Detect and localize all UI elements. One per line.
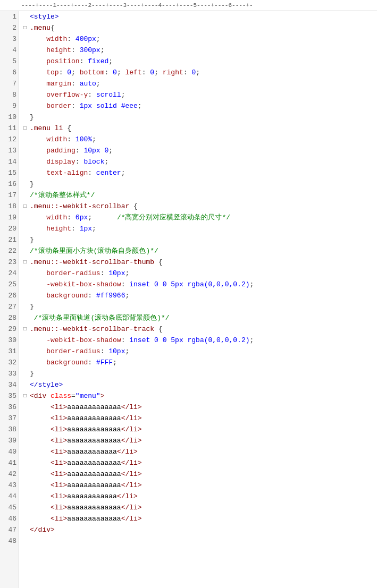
token-punct: ; — [96, 78, 100, 89]
line-number: 26 — [2, 290, 16, 301]
token-html-tag: </li> — [117, 446, 138, 457]
code-line[interactable]: /*滚动条整体样式*/ — [23, 190, 377, 201]
token-ws — [30, 100, 46, 112]
token-punct: ; — [121, 89, 125, 100]
token-ws — [30, 424, 51, 435]
token-ws — [30, 33, 46, 45]
code-line[interactable]: <li>aaaaaaaaaaaaa</li> — [23, 502, 377, 513]
line-number: 25 — [2, 279, 16, 290]
code-line[interactable]: display: block; — [23, 156, 377, 167]
code-line[interactable]: □.menu::-webkit-scrollbar { — [23, 201, 377, 212]
token-value: 0 — [150, 67, 154, 78]
token-html-tag: </li> — [121, 468, 142, 480]
code-line[interactable]: <li>aaaaaaaaaaaaa</li> — [23, 468, 377, 480]
token-brace: } — [30, 178, 34, 190]
token-value: 1px solid #eee — [80, 100, 138, 112]
code-line[interactable]: border-radius: 10px; — [23, 346, 377, 357]
code-line[interactable]: □.menu{ — [23, 22, 377, 33]
code-line[interactable]: □.menu::-webkit-scrollbar-track { — [23, 323, 377, 335]
code-line[interactable]: border-radius: 10px; — [23, 268, 377, 279]
token-brace: } — [30, 112, 34, 123]
code-line[interactable]: /*滚动条里面小方块(滚动条自身颜色)*/ — [23, 245, 377, 257]
code-line[interactable]: □<div class="menu"> — [23, 390, 377, 402]
token-property: right — [163, 67, 183, 78]
token-keyword: block — [83, 156, 104, 167]
token-punct: : — [76, 145, 84, 156]
code-line[interactable]: <li>aaaaaaaaaaaaa</li> — [23, 513, 377, 524]
line-number: 41 — [2, 457, 16, 468]
code-line[interactable]: <li>aaaaaaaaaaaaa</li> — [23, 435, 377, 446]
fold-icon[interactable]: □ — [23, 22, 29, 33]
code-line[interactable]: □.menu li { — [23, 123, 377, 134]
code-line[interactable]: □.menu::-webkit-scrollbar-thumb { — [23, 257, 377, 268]
code-line[interactable]: } — [23, 301, 377, 312]
fold-icon[interactable]: □ — [23, 123, 29, 134]
token-selector: .menu — [30, 22, 51, 33]
code-line[interactable]: <li>aaaaaaaaaaaaa</li> — [23, 413, 377, 424]
token-property: overflow-y — [46, 89, 88, 100]
token-ws — [30, 212, 46, 223]
code-line[interactable]: </div> — [23, 524, 377, 535]
line-number: 37 — [2, 413, 16, 424]
token-html-tag: <li> — [51, 457, 67, 468]
line-number: 30 — [2, 335, 16, 346]
token-property: width — [46, 134, 67, 145]
fold-icon[interactable]: □ — [23, 257, 29, 268]
code-line[interactable]: height: 300px; — [23, 45, 377, 56]
code-line[interactable]: position: fixed; — [23, 56, 377, 67]
token-punct: ; — [108, 56, 113, 67]
code-line[interactable]: <li>aaaaaaaaaaaa</li> — [23, 446, 377, 457]
code-line[interactable]: </style> — [23, 379, 377, 390]
token-value: inset 0 0 5px rgba(0,0,0,0.2) — [129, 279, 249, 290]
code-line[interactable]: <li>aaaaaaaaaaaaa</li> — [23, 424, 377, 435]
code-lines[interactable]: <style>□.menu{ width: 400px; height: 300… — [19, 11, 377, 588]
token-value: 400px — [76, 33, 96, 45]
token-property: border — [46, 100, 71, 112]
code-line[interactable]: text-align: center; — [23, 167, 377, 178]
code-line[interactable]: padding: 10px 0; — [23, 145, 377, 156]
code-line[interactable]: top: 0; bottom: 0; left: 0; right: 0; — [23, 67, 377, 78]
token-html-tag: </li> — [121, 402, 142, 413]
fold-icon[interactable]: □ — [23, 323, 29, 335]
token-punct: : — [71, 78, 80, 89]
line-number: 2 — [2, 22, 16, 33]
code-line[interactable]: } — [23, 368, 377, 379]
code-line[interactable]: <li>aaaaaaaaaaaaa</li> — [23, 457, 377, 468]
token-html-tag: </li> — [121, 413, 142, 424]
token-ws — [63, 123, 67, 134]
code-line[interactable]: background: #ff9966; — [23, 290, 377, 301]
code-line[interactable]: <style> — [23, 11, 377, 22]
code-line[interactable]: overflow-y: scroll; — [23, 89, 377, 100]
code-line[interactable]: <li>aaaaaaaaaaaa</li> — [23, 491, 377, 502]
token-html-tag: <li> — [51, 435, 67, 446]
code-line[interactable]: width: 6px; /*高宽分别对应横竖滚动条的尺寸*/ — [23, 212, 377, 223]
code-line[interactable]: /*滚动条里面轨道(滚动条底部背景颜色)*/ — [23, 312, 377, 323]
code-line[interactable]: border: 1px solid #eee; — [23, 100, 377, 112]
code-line[interactable]: width: 400px; — [23, 33, 377, 45]
line-numbers: 1234567891011121314151617181920212223242… — [0, 11, 19, 588]
token-tag: <style> — [30, 11, 59, 22]
token-ws — [30, 67, 46, 78]
token-property: border-radius — [46, 346, 100, 357]
token-comment: /*高宽分别对应横竖滚动条的尺寸*/ — [117, 212, 230, 223]
line-number: 16 — [2, 178, 16, 190]
token-ws — [30, 89, 46, 100]
line-number: 10 — [2, 112, 16, 123]
fold-icon[interactable]: □ — [23, 390, 29, 402]
fold-icon[interactable]: □ — [23, 201, 29, 212]
token-li-content: aaaaaaaaaaaaa — [67, 457, 121, 468]
code-line[interactable]: height: 1px; — [23, 223, 377, 234]
code-line[interactable]: -webkit-box-shadow: inset 0 0 5px rgba(0… — [23, 279, 377, 290]
token-html-tag: > — [100, 390, 105, 402]
code-line[interactable]: background: #FFF; — [23, 357, 377, 368]
token-ws — [30, 357, 46, 368]
code-line[interactable]: } — [23, 178, 377, 190]
code-line[interactable]: width: 100%; — [23, 134, 377, 145]
code-line[interactable]: } — [23, 234, 377, 245]
code-line[interactable]: margin: auto; — [23, 78, 377, 89]
code-line[interactable]: <li>aaaaaaaaaaaaa</li> — [23, 480, 377, 491]
code-line[interactable]: } — [23, 112, 377, 123]
code-line[interactable]: -webkit-box-shadow: inset 0 0 5px rgba(0… — [23, 335, 377, 346]
token-punct: ; — [125, 268, 129, 279]
code-line[interactable]: <li>aaaaaaaaaaaaa</li> — [23, 402, 377, 413]
